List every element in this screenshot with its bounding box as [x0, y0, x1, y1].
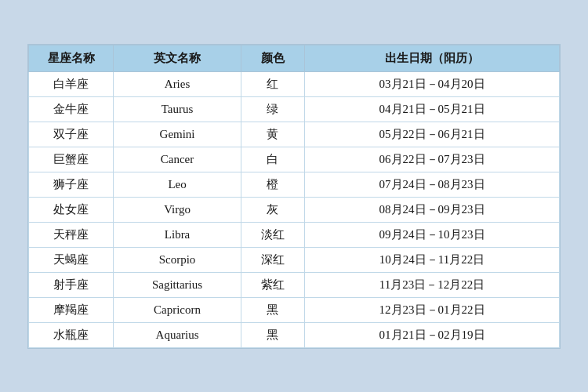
header-date: 出生日期（阳历）: [305, 45, 560, 71]
cell-date: 01月21日－02月19日: [305, 322, 560, 347]
header-chinese: 星座名称: [29, 45, 114, 71]
table-header-row: 星座名称 英文名称 颜色 出生日期（阳历）: [29, 45, 560, 71]
table-row: 处女座Virgo灰08月24日－09月23日: [29, 197, 560, 222]
table-row: 白羊座Aries红03月21日－04月20日: [29, 71, 560, 96]
zodiac-table: 星座名称 英文名称 颜色 出生日期（阳历） 白羊座Aries红03月21日－04…: [28, 45, 560, 348]
cell-chinese: 天蝎座: [29, 247, 114, 272]
table-row: 金牛座Taurus绿04月21日－05月21日: [29, 96, 560, 122]
table-row: 天蝎座Scorpio深红10月24日－11月22日: [29, 247, 560, 272]
cell-english: Aquarius: [114, 322, 241, 347]
cell-english: Sagittarius: [114, 272, 241, 297]
table-row: 天秤座Libra淡红09月24日－10月23日: [29, 222, 560, 247]
cell-chinese: 狮子座: [29, 172, 114, 197]
table-row: 摩羯座Capricorn黑12月23日－01月22日: [29, 297, 560, 322]
cell-english: Libra: [114, 222, 241, 247]
cell-chinese: 白羊座: [29, 71, 114, 96]
cell-english: Cancer: [114, 147, 241, 172]
cell-english: Capricorn: [114, 297, 241, 322]
cell-color: 绿: [241, 96, 304, 122]
cell-color: 淡红: [241, 222, 304, 247]
cell-date: 06月22日－07月23日: [305, 147, 560, 172]
cell-chinese: 处女座: [29, 197, 114, 222]
cell-date: 12月23日－01月22日: [305, 297, 560, 322]
cell-color: 紫红: [241, 272, 304, 297]
table-row: 水瓶座Aquarius黑01月21日－02月19日: [29, 322, 560, 347]
cell-english: Leo: [114, 172, 241, 197]
cell-date: 10月24日－11月22日: [305, 247, 560, 272]
cell-chinese: 巨蟹座: [29, 147, 114, 172]
cell-color: 深红: [241, 247, 304, 272]
cell-chinese: 天秤座: [29, 222, 114, 247]
cell-color: 橙: [241, 172, 304, 197]
header-color: 颜色: [241, 45, 304, 71]
cell-chinese: 金牛座: [29, 96, 114, 122]
cell-english: Taurus: [114, 96, 241, 122]
cell-chinese: 射手座: [29, 272, 114, 297]
cell-english: Scorpio: [114, 247, 241, 272]
cell-chinese: 水瓶座: [29, 322, 114, 347]
zodiac-table-wrapper: 星座名称 英文名称 颜色 出生日期（阳历） 白羊座Aries红03月21日－04…: [27, 44, 561, 349]
cell-date: 05月22日－06月21日: [305, 122, 560, 147]
cell-color: 白: [241, 147, 304, 172]
cell-date: 11月23日－12月22日: [305, 272, 560, 297]
cell-english: Virgo: [114, 197, 241, 222]
table-body: 白羊座Aries红03月21日－04月20日金牛座Taurus绿04月21日－0…: [29, 71, 560, 347]
table-row: 双子座Gemini黄05月22日－06月21日: [29, 122, 560, 147]
cell-date: 09月24日－10月23日: [305, 222, 560, 247]
cell-date: 07月24日－08月23日: [305, 172, 560, 197]
cell-date: 04月21日－05月21日: [305, 96, 560, 122]
table-row: 巨蟹座Cancer白06月22日－07月23日: [29, 147, 560, 172]
cell-english: Gemini: [114, 122, 241, 147]
table-row: 射手座Sagittarius紫红11月23日－12月22日: [29, 272, 560, 297]
cell-english: Aries: [114, 71, 241, 96]
cell-chinese: 摩羯座: [29, 297, 114, 322]
cell-date: 03月21日－04月20日: [305, 71, 560, 96]
cell-color: 红: [241, 71, 304, 96]
cell-color: 黑: [241, 322, 304, 347]
cell-color: 灰: [241, 197, 304, 222]
cell-date: 08月24日－09月23日: [305, 197, 560, 222]
cell-color: 黄: [241, 122, 304, 147]
cell-chinese: 双子座: [29, 122, 114, 147]
cell-color: 黑: [241, 297, 304, 322]
table-row: 狮子座Leo橙07月24日－08月23日: [29, 172, 560, 197]
header-english: 英文名称: [114, 45, 241, 71]
